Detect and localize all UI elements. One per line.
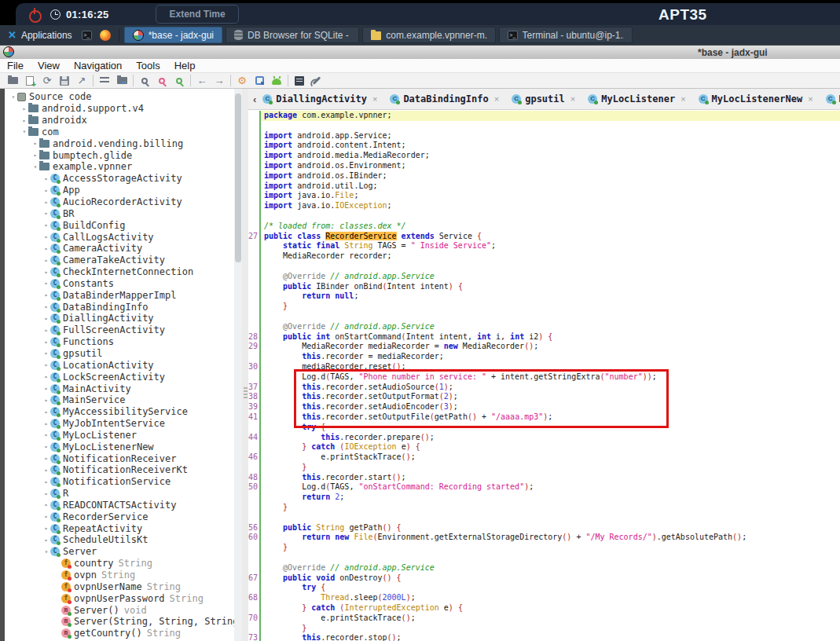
tree-expand-icon[interactable]: ▸ [42,385,50,392]
tree-item-androidx[interactable]: ▸androidx [5,115,234,126]
tree-item-gpsutil[interactable]: ▸Cgpsutil [5,348,234,360]
editor-tab-gpsutil[interactable]: Cgpsutil× [512,93,577,104]
tree-expand-icon[interactable]: ▸ [42,373,50,380]
tree-expand-icon[interactable]: ▾ [20,128,28,135]
tree-expand-icon[interactable]: ▸ [42,478,50,485]
mappings-icon[interactable] [251,74,268,88]
tree-item-bumptech-glide[interactable]: ▸bumptech.glide [5,149,234,161]
splitter-grip-icon[interactable] [244,387,248,398]
tree-expand-icon[interactable]: ▸ [42,490,50,497]
tree-expand-icon[interactable]: ▸ [42,291,50,299]
tree-item-example-vpnner[interactable]: ▾example.vpnner [5,161,234,173]
panel-splitter[interactable] [242,89,248,641]
tree-expand-icon[interactable]: ▸ [42,315,50,322]
tree-expand-icon[interactable]: ▸ [42,222,50,229]
tree-item-fullscreenactivity[interactable]: ▸CFullScreenActivity [5,324,234,336]
tab-close-icon[interactable]: × [371,94,379,104]
search-icon[interactable] [136,74,153,88]
tree-expand-icon[interactable]: ▾ [9,93,17,101]
tree-item-ovpn[interactable]: fovpnString [5,570,234,581]
save-all-icon[interactable] [56,74,73,88]
editor-tab-myloclistenernew[interactable]: CMyLocListenerNew× [699,93,815,104]
source-tree[interactable]: ▾Source code▸android.support.v4▸androidx… [5,89,234,641]
deobfuscation-icon[interactable]: ⚙ [233,74,251,88]
tree-item-server[interactable]: ▾CServer [5,546,234,558]
tree-expand-icon[interactable]: ▸ [42,431,50,438]
search-class-icon[interactable] [171,74,188,88]
tree-item-myjobintentservice[interactable]: ▸CMyJobIntentService [5,418,234,430]
taskbar-window-4[interactable]: >_Terminal - ubuntu@ip-1... [499,27,633,43]
editor-tab-diallingactivity[interactable]: CDiallingActivity× [262,93,379,104]
tree-expand-icon[interactable]: ▸ [42,420,50,427]
tree-item-readcontactsactivity[interactable]: ▸CREADCONTACTSActivity [5,500,234,511]
terminal-launcher-icon[interactable]: >_ [82,31,92,40]
tree-expand-icon[interactable]: ▸ [42,467,50,474]
tree-item-br[interactable]: ▸CBR [5,207,234,219]
tree-expand-icon[interactable]: ▸ [42,210,50,217]
preferences-icon[interactable] [308,74,325,88]
back-icon[interactable]: ← [193,74,211,88]
tree-expand-icon[interactable]: ▸ [31,152,39,159]
tree-expand-icon[interactable]: ▸ [42,339,50,346]
tree-expand-icon[interactable]: ▸ [42,361,50,368]
tree-item-auciorecorderactivity[interactable]: ▸CAucioRecorderActivity [5,196,234,208]
tree-expand-icon[interactable]: ▸ [42,501,50,508]
tab-close-icon[interactable]: × [679,94,687,104]
tree-expand-icon[interactable]: ▸ [42,245,50,252]
menu-help[interactable]: Help [167,60,203,71]
tree-expand-icon[interactable]: ▸ [42,455,50,462]
tree-item-myaccessibilityservice[interactable]: ▸CMyAccessibilityService [5,406,234,418]
menu-view[interactable]: View [31,60,67,71]
tree-item-r[interactable]: ▸CR [5,488,234,500]
menu-tools[interactable]: Tools [129,60,167,71]
menu-navigation[interactable]: Navigation [67,60,129,71]
smali-icon[interactable] [268,74,285,88]
tree-expand-icon[interactable]: ▸ [42,513,50,520]
tree-item-mainservice[interactable]: ▸CMainService [5,394,234,406]
tab-close-icon[interactable]: × [569,94,577,104]
reload-icon[interactable]: ⟳ [39,74,56,88]
tree-expand-icon[interactable]: ▸ [42,280,50,287]
power-icon[interactable] [28,8,41,20]
tree-item-app[interactable]: ▸CApp [5,185,234,196]
tree-item-lockscreenactivity[interactable]: ▸CLockScreenActivity [5,371,234,383]
tree-expand-icon[interactable]: ▸ [42,187,50,194]
tree-item-calllogsactivity[interactable]: ▸CCallLogsActivity [5,231,234,243]
tree-expand-icon[interactable]: ▸ [42,269,50,276]
taskbar-window-1[interactable]: *base - jadx-gui [124,27,222,43]
tree-expand-icon[interactable]: ▸ [42,350,50,357]
tree-expand-icon[interactable]: ▸ [42,257,50,264]
tree-expand-icon[interactable]: ▸ [42,537,50,544]
tree-item-functions[interactable]: ▸CFunctions [5,336,234,348]
tree-expand-icon[interactable]: ▸ [20,105,28,112]
sync-editor-icon[interactable] [113,74,130,88]
tree-item-checkinternetconnection[interactable]: ▸CCheckInternetConnection [5,266,234,278]
tree-expand-icon[interactable]: ▸ [31,140,39,147]
tree-expand-icon[interactable]: ▾ [42,548,50,555]
open-file-icon[interactable] [4,74,21,88]
tree-item-locationactivity[interactable]: ▸CLocationActivity [5,359,234,371]
tab-close-icon[interactable]: × [493,94,501,104]
tree-expand-icon[interactable]: ▸ [20,117,28,124]
tree-expand-icon[interactable]: ▸ [42,199,50,206]
editor-tab-myloclistener[interactable]: CMyLocListener× [588,93,687,104]
taskbar-window-2[interactable]: DB Browser for SQLite - ... [226,27,359,43]
tree-item-notificationservice[interactable]: ▸CNotificationService [5,476,234,488]
tab-close-icon[interactable]: × [806,94,814,104]
tree-item-server-[interactable]: mServer()void [5,604,234,616]
extend-time-button[interactable]: Extend Time [156,5,238,24]
tree-item-ovpnusername[interactable]: fovpnUserNameString [5,581,234,592]
tree-item-android-support-v4[interactable]: ▸android.support.v4 [5,103,234,115]
tree-expand-icon[interactable]: ▸ [42,303,50,310]
tree-item-country[interactable]: fcountryString [5,558,234,570]
taskbar-window-3[interactable]: com.example.vpnner-m... [362,27,496,43]
tree-item-com[interactable]: ▾com [5,126,234,138]
tree-item-accessstorageactivity[interactable]: ▸CAccessStorageActivity [5,173,234,185]
tree-item-notificationreceiver[interactable]: ▸CNotificationReceiver [5,452,234,464]
tree-item-server-string-string-string-[interactable]: mServer(String, String, String, [5,616,234,628]
export-icon[interactable]: ↗ [73,74,90,88]
tree-item-source-code[interactable]: ▾Source code [5,91,234,103]
editor-tab-notificationreceiver[interactable]: CNotificationReceiver× [826,93,840,104]
tree-item-android-vending-billing[interactable]: ▸android.vending.billing [5,137,234,149]
tree-item-diallingactivity[interactable]: ▸CDiallingActivity [5,313,234,324]
